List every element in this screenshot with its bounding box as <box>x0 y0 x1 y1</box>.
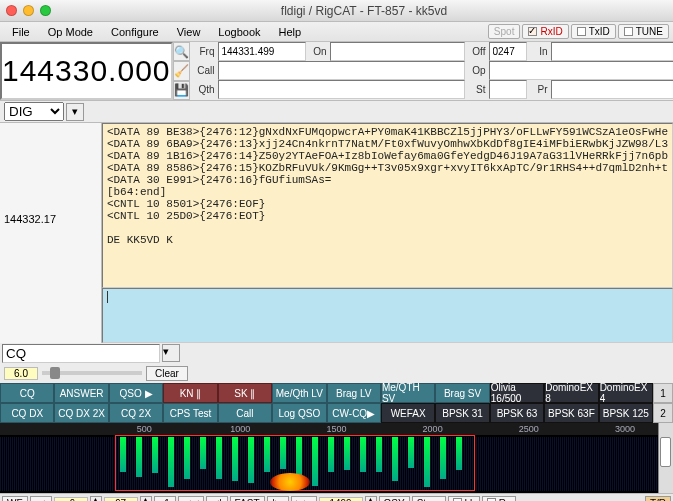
frq-input[interactable] <box>218 42 306 61</box>
call-label: Call <box>190 61 218 80</box>
wf-tick: 2500 <box>481 424 577 434</box>
rx-text-area[interactable]: <DATA 89 BE38>{2476:12}gNxdNxFUMqopwcrA+… <box>102 123 673 288</box>
slider-thumb-icon[interactable] <box>50 367 60 379</box>
save-log-icon[interactable]: 💾 <box>173 81 190 100</box>
zoom-icon[interactable] <box>40 5 51 16</box>
clear-button[interactable]: Clear <box>146 366 188 381</box>
wf-mode-button[interactable]: WF <box>2 496 28 501</box>
op-label: Op <box>465 61 489 80</box>
wf-left-icon[interactable]: ◀| <box>206 496 228 501</box>
call-input[interactable] <box>218 61 465 80</box>
spot-button[interactable]: Spot <box>488 24 521 39</box>
macro-qso-[interactable]: QSO ▶ <box>109 383 163 403</box>
tr-button[interactable]: T/R <box>645 496 671 501</box>
wf-center-stepper[interactable]: ▲▼ <box>365 496 377 502</box>
cq-row: ▾ <box>0 343 673 363</box>
pr-input[interactable] <box>551 80 674 99</box>
frequency-display[interactable]: 144330.000 <box>0 42 173 100</box>
macro-wefax[interactable]: WEFAX <box>381 403 435 423</box>
macro-dominoex-8[interactable]: DominoEX 8 <box>544 383 598 403</box>
macro-page-1[interactable]: 1 <box>653 383 673 403</box>
macro-cq-dx[interactable]: CQ DX <box>0 403 54 423</box>
wf-right-icon[interactable]: |▶ <box>267 496 289 501</box>
macro-bpsk-31[interactable]: BPSK 31 <box>435 403 489 423</box>
macro-bpsk-63[interactable]: BPSK 63 <box>490 403 544 423</box>
mode-select[interactable]: DIG <box>4 102 64 121</box>
squelch-value: 6.0 <box>4 367 38 380</box>
macro-brag-sv[interactable]: Brag SV <box>435 383 489 403</box>
frq-label: Frq <box>190 42 218 61</box>
search-icon[interactable]: 🔍 <box>173 42 190 61</box>
macro-answer[interactable]: ANSWER <box>54 383 108 403</box>
st-input[interactable] <box>489 80 527 99</box>
txid-checkbox-icon <box>577 27 586 36</box>
qsy-button[interactable]: QSY <box>379 496 410 501</box>
squelch-slider[interactable] <box>42 371 142 375</box>
macro-bpsk-125[interactable]: BPSK 125 <box>599 403 653 423</box>
wf-prev-button[interactable]: ◀ <box>30 496 52 501</box>
waterfall-display[interactable]: 50010001500200025003000 <box>0 423 673 493</box>
wf-speed-button[interactable]: FAST <box>230 496 265 501</box>
close-icon[interactable] <box>6 5 17 16</box>
macro-page-2[interactable]: 2 <box>653 403 673 423</box>
macro-dominoex-4[interactable]: DominoEX 4 <box>599 383 653 403</box>
tx-text-area[interactable] <box>102 288 673 343</box>
minimize-icon[interactable] <box>23 5 34 16</box>
lk-button[interactable]: Lk <box>448 496 480 501</box>
macro-cq[interactable]: CQ <box>0 383 54 403</box>
menu-logbook[interactable]: Logbook <box>210 24 268 40</box>
wf-range-stepper[interactable]: ▲▼ <box>140 496 152 502</box>
op-input[interactable] <box>489 61 674 80</box>
wf-zoom-button[interactable]: x1 <box>154 496 176 501</box>
menu-opmode[interactable]: Op Mode <box>40 24 101 40</box>
macro-cps-test[interactable]: CPS Test <box>163 403 217 423</box>
wf-tick: 1000 <box>192 424 288 434</box>
scrollbar-thumb[interactable] <box>660 437 671 467</box>
on-input[interactable] <box>330 42 465 61</box>
clear-fields-icon[interactable]: 🧹 <box>173 61 190 80</box>
store-button[interactable]: Store <box>412 496 446 501</box>
wf-left-fast-icon[interactable]: ◀◀ <box>178 496 204 501</box>
waterfall-scrollbar[interactable] <box>658 423 673 493</box>
cq-dropdown-icon[interactable]: ▾ <box>162 344 180 362</box>
pr-label: Pr <box>527 80 551 99</box>
macro-cq-dx-2x[interactable]: CQ DX 2X <box>54 403 108 423</box>
macro-kn-[interactable]: KN ∥ <box>163 383 217 403</box>
rxid-button[interactable]: RxID <box>522 24 568 39</box>
in-input[interactable] <box>551 42 674 61</box>
cq-input[interactable] <box>2 344 160 363</box>
wf-tick: 500 <box>96 424 192 434</box>
menu-view[interactable]: View <box>169 24 209 40</box>
mode-row: DIG ▾ <box>0 101 673 123</box>
macro-sk-[interactable]: SK ∥ <box>218 383 272 403</box>
tune-button[interactable]: TUNE <box>618 24 669 39</box>
txid-button[interactable]: TxID <box>571 24 616 39</box>
macro-olivia-16-500[interactable]: Olivia 16/500 <box>490 383 544 403</box>
on-label: On <box>306 42 330 61</box>
menu-configure[interactable]: Configure <box>103 24 167 40</box>
window-title: fldigi / RigCAT - FT-857 - kk5vd <box>61 4 667 18</box>
menu-file[interactable]: File <box>4 24 38 40</box>
mode-dropdown-icon[interactable]: ▾ <box>66 103 84 121</box>
tune-checkbox-icon <box>624 27 633 36</box>
wf-ref-stepper[interactable]: ▲▼ <box>90 496 102 502</box>
channel-list[interactable]: 144332.17 <box>0 123 102 343</box>
qth-input[interactable] <box>218 80 465 99</box>
waterfall-controls: WF ◀ -6 ▲▼ 67 ▲▼ x1 ◀◀ ◀| FAST |▶ ▶▶ 149… <box>0 493 673 501</box>
wf-right-fast-icon[interactable]: ▶▶ <box>291 496 317 501</box>
qth-label: Qth <box>190 80 218 99</box>
macro-panel: CQANSWERQSO ▶KN ∥SK ∥Me/Qth LVBrag LVMe/… <box>0 383 673 423</box>
macro-cw-cq-[interactable]: CW-CQ▶ <box>327 403 381 423</box>
macro-call[interactable]: Call <box>218 403 272 423</box>
macro-brag-lv[interactable]: Brag LV <box>327 383 381 403</box>
macro-me-qth-lv[interactable]: Me/Qth LV <box>272 383 326 403</box>
menu-help[interactable]: Help <box>271 24 310 40</box>
macro-cq-2x[interactable]: CQ 2X <box>109 403 163 423</box>
rv-button[interactable]: Rv <box>482 496 516 501</box>
macro-bpsk-63f[interactable]: BPSK 63F <box>544 403 598 423</box>
off-input[interactable] <box>489 42 527 61</box>
macro-log-qso[interactable]: Log QSO <box>272 403 326 423</box>
wf-tick: 1500 <box>288 424 384 434</box>
titlebar: fldigi / RigCAT - FT-857 - kk5vd <box>0 0 673 22</box>
macro-me-qth-sv[interactable]: Me/QTH SV <box>381 383 435 403</box>
